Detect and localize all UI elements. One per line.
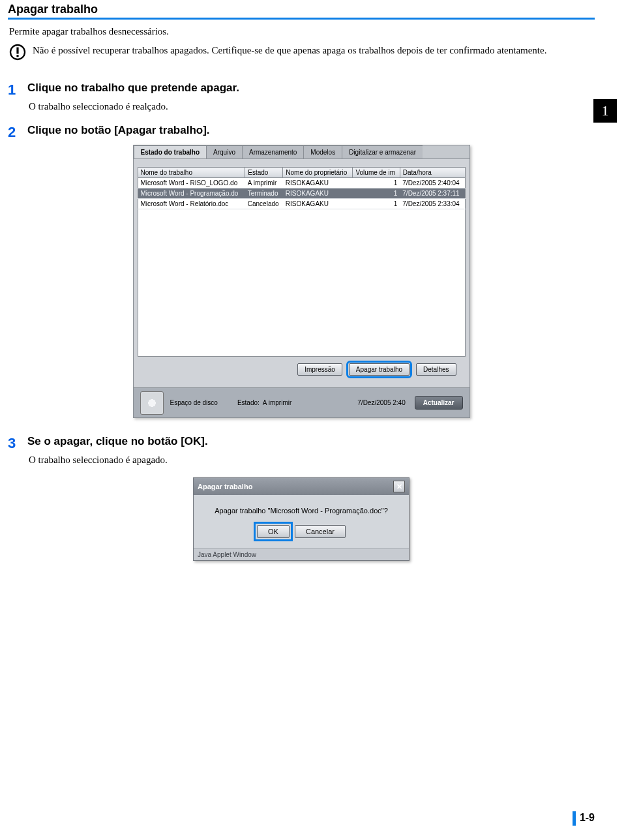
- disk-space-label: Espaço de disco: [170, 399, 218, 406]
- update-button[interactable]: Actualizar: [415, 396, 463, 410]
- state-label: Estado:: [237, 399, 260, 406]
- dialog-title: Apagar trabalho: [198, 483, 252, 490]
- ok-button[interactable]: OK: [257, 525, 290, 538]
- step1-title: Clique no trabalho que pretende apagar.: [27, 82, 239, 95]
- state-value: A imprimir: [263, 399, 291, 406]
- cell: RISOKAGAKU: [283, 199, 353, 209]
- tab-armazenamento[interactable]: Armazenamento: [242, 145, 304, 158]
- details-button[interactable]: Detalhes: [416, 363, 456, 376]
- col-owner[interactable]: Nome do proprietário: [283, 168, 353, 178]
- cell: RISOKAGAKU: [283, 178, 353, 188]
- step3-number: 3: [8, 435, 20, 452]
- table-row[interactable]: Microsoft Word - Relatório.doc Cancelado…: [138, 199, 465, 209]
- col-name[interactable]: Nome do trabalho: [138, 168, 245, 178]
- cell: 1: [353, 188, 400, 199]
- warning-text: Não é possível recuperar trabalhos apaga…: [33, 44, 546, 57]
- step2-title: Clique no botão [Apagar trabalho].: [27, 124, 210, 137]
- cell: Microsoft Word - RISO_LOGO.do: [138, 178, 245, 188]
- cell: Terminado: [245, 188, 283, 199]
- cell: RISOKAGAKU: [283, 188, 353, 199]
- confirm-dialog: Apagar trabalho ✕ Apagar trabalho "Micro…: [193, 477, 410, 561]
- disk-icon: [140, 391, 164, 415]
- dialog-message: Apagar trabalho "Microsoft Word - Progra…: [201, 507, 401, 515]
- col-date[interactable]: Data/hora: [400, 168, 465, 178]
- cell: Microsoft Word - Relatório.doc: [138, 199, 245, 209]
- alert-icon: [9, 44, 26, 63]
- step1-sub: O trabalho seleccionado é realçado.: [29, 101, 595, 112]
- warning-block: Não é possível recuperar trabalhos apaga…: [9, 44, 595, 63]
- job-status-window: Estado do trabalho Arquivo Armazenamento…: [133, 145, 470, 418]
- page-number: 1-9: [573, 811, 595, 826]
- empty-list-area: [138, 209, 466, 357]
- print-button[interactable]: Impressão: [297, 363, 342, 376]
- delete-job-button[interactable]: Apagar trabalho: [349, 363, 410, 376]
- divider: [8, 18, 595, 20]
- tab-arquivo[interactable]: Arquivo: [206, 145, 243, 158]
- close-icon[interactable]: ✕: [393, 481, 405, 492]
- cell: 7/Dez/2005 2:33:04: [400, 199, 465, 209]
- step1-number: 1: [8, 82, 20, 98]
- col-state[interactable]: Estado: [245, 168, 283, 178]
- cell: 1: [353, 178, 400, 188]
- cell: 7/Dez/2005 2:40:04: [400, 178, 465, 188]
- table-row[interactable]: Microsoft Word - Programação.do Terminad…: [138, 188, 465, 199]
- tab-modelos[interactable]: Modelos: [303, 145, 342, 158]
- dialog-footer: Java Applet Window: [194, 548, 409, 560]
- svg-rect-1: [16, 48, 18, 54]
- table-row[interactable]: Microsoft Word - RISO_LOGO.do A imprimir…: [138, 178, 465, 188]
- job-table: Nome do trabalho Estado Nome do propriet…: [138, 167, 466, 209]
- svg-rect-2: [16, 55, 18, 57]
- cell: A imprimir: [245, 178, 283, 188]
- tab-bar: Estado do trabalho Arquivo Armazenamento…: [134, 145, 470, 159]
- chapter-tab: 1: [593, 99, 617, 123]
- tab-estado[interactable]: Estado do trabalho: [134, 145, 207, 158]
- cancel-button[interactable]: Cancelar: [295, 525, 346, 538]
- step3-title: Se o apagar, clique no botão [OK].: [27, 435, 208, 448]
- cell: 1: [353, 199, 400, 209]
- cell: Cancelado: [245, 199, 283, 209]
- cell: Microsoft Word - Programação.do: [138, 188, 245, 199]
- tab-digitalizar[interactable]: Digitalizar e armazenar: [342, 145, 423, 158]
- step3-sub: O trabalho seleccionado é apagado.: [29, 455, 595, 466]
- status-timestamp: 7/Dez/2005 2:40: [357, 399, 405, 406]
- intro-text: Permite apagar trabalhos desnecessários.: [9, 26, 595, 37]
- col-volume[interactable]: Volume de im: [353, 168, 400, 178]
- section-title: Apagar trabalho: [8, 3, 595, 16]
- step2-number: 2: [8, 124, 20, 141]
- cell: 7/Dez/2005 2:37:11: [400, 188, 465, 199]
